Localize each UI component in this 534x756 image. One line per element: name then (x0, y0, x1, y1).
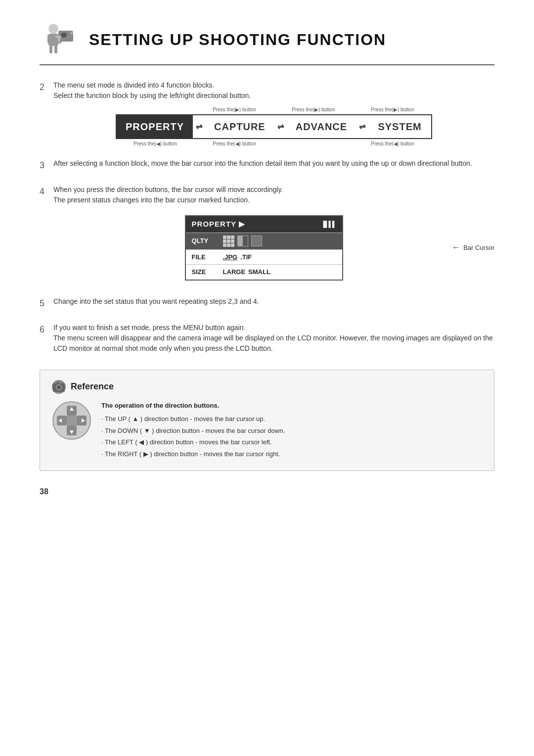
step-6-number: 6 (40, 323, 53, 336)
svg-rect-7 (61, 33, 67, 38)
reference-title: Reference (52, 380, 482, 394)
page-number: 38 (40, 486, 494, 498)
prop-row-size: SIZE LARGE SMALL (186, 264, 342, 280)
press-label-bottom-0: Press the(◀) button (116, 140, 195, 147)
ref-list: The UP ( ▲ ) direction button - moves th… (101, 414, 482, 459)
svg-rect-20 (67, 416, 77, 425)
step-6: 6 If you want to finish a set mode, pres… (40, 323, 494, 359)
file-jpg: .JPG (223, 252, 238, 262)
bar-cursor-arrow: ← (451, 241, 460, 254)
svg-point-13 (57, 385, 61, 389)
step-2-text: The menu set mode is divided into 4 func… (53, 80, 494, 101)
step-5-number: 5 (40, 296, 53, 310)
fn-block-property: PROPERTY (117, 115, 193, 138)
step-3: 3 After selecting a function block, move… (40, 158, 494, 174)
step-2-number: 2 (40, 80, 53, 94)
step-5-content: Change into the set status that you want… (53, 296, 494, 312)
prop-header-label: PROPERTY ▶ (192, 219, 245, 230)
fn-block-capture: CAPTURE (205, 115, 274, 138)
ref-item-right: The RIGHT ( ▶ ) direction button - moves… (101, 449, 482, 459)
header-icon (40, 20, 79, 59)
step-3-number: 3 (40, 158, 53, 172)
size-label: SIZE (192, 267, 219, 277)
ref-heading: The operation of the direction buttons. (101, 401, 482, 411)
qlty-icon-basic (251, 236, 262, 246)
ref-item-up: The UP ( ▲ ) direction button - moves th… (101, 414, 482, 424)
qlty-label: QLTY (192, 236, 219, 246)
press-label-bottom-3: Press the(◀) button (353, 140, 432, 147)
press-label-top-3: Press the(▶) button (353, 106, 432, 113)
press-label-top-1: Press the(▶) button (195, 106, 274, 113)
reference-content: The operation of the direction buttons. … (52, 401, 482, 461)
ref-camera-icon (52, 380, 66, 394)
step-4-content: When you press the direction buttons, th… (53, 185, 494, 285)
step-2: 2 The menu set mode is divided into 4 fu… (40, 80, 494, 147)
press-labels-top: Press the(▶) button Press the(▶) button … (116, 106, 432, 113)
battery-icon: ▐▌▌▌ (321, 220, 336, 229)
arrow-2: ⇌ (274, 121, 287, 133)
press-labels-bottom: Press the(◀) button Press the(◀) button … (116, 140, 432, 147)
prop-header-row: PROPERTY ▶ ▐▌▌▌ (186, 216, 342, 233)
bar-cursor-indicator: ← Bar Cursor (451, 241, 494, 254)
svg-rect-2 (47, 35, 50, 44)
svg-rect-14 (56, 382, 59, 384)
step-4-text: When you press the direction buttons, th… (53, 185, 494, 205)
step-4: 4 When you press the direction buttons, … (40, 185, 494, 285)
arrow-1: ⇌ (193, 121, 205, 133)
size-small: SMALL (248, 267, 270, 277)
reference-icon (52, 380, 66, 394)
fn-block-system: SYSTEM (368, 115, 431, 138)
file-values: .JPG .TIF (223, 252, 252, 262)
dpad-svg (52, 401, 91, 440)
step-5-text: Change into the set status that you want… (53, 296, 494, 307)
qlty-values (223, 236, 262, 247)
press-label-bottom-1: Press the(◀) button (195, 140, 274, 147)
step-2-content: The menu set mode is divided into 4 func… (53, 80, 494, 147)
qlty-icon-grid (223, 236, 234, 247)
arrow-3: ⇌ (356, 121, 368, 133)
page-header: SETTING UP SHOOTING FUNCTION (40, 20, 494, 65)
step-3-text: After selecting a function block, move t… (53, 158, 494, 169)
fn-block-advance: ADVANCE (287, 115, 356, 138)
prop-row-file: FILE .JPG .TIF (186, 249, 342, 265)
reference-label: Reference (71, 380, 114, 393)
function-nav-wrapper: Press the(▶) button Press the(▶) button … (116, 106, 432, 147)
page-title: SETTING UP SHOOTING FUNCTION (89, 28, 386, 51)
svg-rect-5 (54, 46, 57, 53)
svg-rect-10 (55, 36, 61, 38)
step-5: 5 Change into the set status that you wa… (40, 296, 494, 312)
ref-item-down: The DOWN ( ▼ ) direction button - moves … (101, 426, 482, 436)
step-3-content: After selecting a function block, move t… (53, 158, 494, 174)
press-label-top-2: Press the(▶) button (274, 106, 353, 113)
file-tif: .TIF (240, 252, 252, 262)
svg-rect-8 (70, 32, 73, 35)
camera-person-illustration (40, 20, 79, 59)
size-values: LARGE SMALL (223, 267, 270, 277)
size-large: LARGE (223, 267, 246, 277)
step-4-number: 4 (40, 185, 53, 198)
reference-text-section: The operation of the direction buttons. … (101, 401, 482, 461)
property-diagram: PROPERTY ▶ ▐▌▌▌ QLTY (185, 215, 343, 281)
reference-box: Reference The operation of the direction… (40, 370, 494, 472)
svg-rect-4 (49, 46, 52, 53)
ref-item-left: The LEFT ( ◀ ) direction button - moves … (101, 437, 482, 447)
step-6-content: If you want to finish a set mode, press … (53, 323, 494, 359)
svg-point-0 (48, 24, 58, 34)
prop-row-qlty: QLTY (186, 233, 342, 249)
function-blocks: PROPERTY ⇌ CAPTURE ⇌ ADVANCE ⇌ SYSTEM (116, 114, 432, 139)
step-6-text: If you want to finish a set mode, press … (53, 323, 494, 354)
dpad-icon (52, 401, 91, 440)
bar-cursor-label: Bar Cursor (463, 243, 494, 253)
file-label: FILE (192, 252, 219, 262)
qlty-icon-fine (237, 236, 248, 246)
